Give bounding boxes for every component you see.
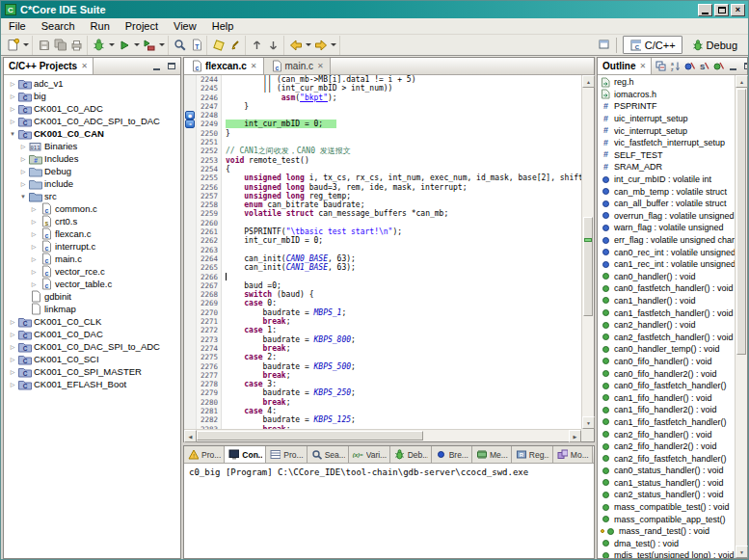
code-text[interactable]: break; xyxy=(222,371,581,380)
tab-registers[interactable]: RReg... xyxy=(512,446,553,463)
tree-item-includes[interactable]: ▷#Includes xyxy=(4,152,180,165)
annotation-ruler[interactable] xyxy=(184,93,197,102)
expand-icon[interactable]: ▷ xyxy=(29,280,39,287)
perspective-debug-button[interactable]: Debug xyxy=(685,36,743,54)
tree-item-debug[interactable]: ▷Debug xyxy=(4,165,180,177)
code-line-2276[interactable]: 2276 baudrate = KBPS_500; xyxy=(184,362,581,371)
maximize-icon[interactable] xyxy=(741,60,747,72)
code-line-2250[interactable]: 2250} xyxy=(184,129,581,138)
scroll-up-icon[interactable]: ▲ xyxy=(582,75,595,88)
new-icon[interactable] xyxy=(5,37,21,54)
minimize-icon[interactable] xyxy=(150,60,163,72)
code-text[interactable]: case 4: xyxy=(222,407,581,415)
annotation-ruler[interactable] xyxy=(184,129,197,138)
annotation-ruler[interactable] xyxy=(184,371,197,380)
outline-item[interactable]: #SELF_TEST xyxy=(598,149,735,162)
code-line-2257[interactable]: 2257 unsigned long reg_temp; xyxy=(184,192,581,200)
code-text[interactable]: || (can_mb->MB[i].data1 != i + 5) xyxy=(222,75,581,84)
outline-item[interactable]: can0_status_handler() : void xyxy=(598,465,735,477)
code-line-2256[interactable]: 2256 unsigned long baud=3, rem, ide, mas… xyxy=(184,183,581,192)
code-line-2251[interactable]: 2251 xyxy=(184,138,581,147)
hide-fields-icon[interactable] xyxy=(683,60,696,72)
code-text[interactable]: break; xyxy=(222,344,581,353)
code-line-2272[interactable]: 2272 case 1: xyxy=(184,326,581,334)
code-text[interactable]: int_cur_mbID = 0; xyxy=(222,120,581,128)
annotation-ruler[interactable] xyxy=(184,192,197,200)
code-line-2263[interactable]: 2263 xyxy=(184,246,581,254)
code-text[interactable] xyxy=(222,138,581,147)
scrollbar-thumb[interactable] xyxy=(583,217,593,316)
mark-occurrences-icon[interactable] xyxy=(210,37,227,54)
tree-item-ck001_c0_adc_spi_to_dac[interactable]: ▷CCK001_C0_ADC_SPI_to_DAC xyxy=(4,115,180,127)
expand-icon[interactable]: ▷ xyxy=(29,255,39,262)
tree-item-big[interactable]: ▷Cbig xyxy=(4,90,180,102)
scroll-left-icon[interactable]: ◀ xyxy=(184,430,197,442)
outline-item[interactable]: reg.h xyxy=(598,76,735,89)
perspective-cc-button[interactable]: CC/C++ xyxy=(623,36,682,54)
code-text[interactable] xyxy=(222,246,581,254)
code-text[interactable]: volatile struct can_message_buffers *can… xyxy=(222,209,581,218)
code-line-2249[interactable]: ➜2249 int_cur_mbID = 0; xyxy=(184,120,581,128)
code-line-2271[interactable]: 2271 break; xyxy=(184,317,581,326)
code-text[interactable]: baudrate = MBPS_1; xyxy=(222,308,581,317)
menu-search[interactable]: Search xyxy=(34,19,83,33)
collapse-all-icon[interactable] xyxy=(655,60,667,72)
outline-item[interactable]: err_flag : volatile unsigned char xyxy=(598,234,735,247)
tab-problems[interactable]: !Pro... xyxy=(184,446,225,463)
expand-icon[interactable]: ▷ xyxy=(18,155,28,162)
dropdown-icon[interactable] xyxy=(304,37,312,54)
outline-item[interactable]: #PSPRINTF xyxy=(598,100,735,113)
code-line-2260[interactable]: 2260 xyxy=(184,219,581,227)
tree-item-ck001_c0_adc[interactable]: ▷CCK001_C0_ADC xyxy=(4,102,180,115)
outline-item[interactable]: can2_fifo_fastfetch_handler() xyxy=(598,452,735,465)
outline-item[interactable]: mass_compatible_app_test() xyxy=(598,513,735,525)
code-text[interactable]: can_init(CAN1_BASE, 63); xyxy=(222,263,581,272)
outline-item[interactable]: #uic_interrupt_setup xyxy=(598,113,735,125)
code-line-2282[interactable]: 2282 baudrate = KBPS_125; xyxy=(184,415,581,424)
outline-scrollbar[interactable]: ▲ ▼ xyxy=(735,75,747,558)
tree-item-ck001_c0_dac[interactable]: ▷CCK001_C0_DAC xyxy=(4,328,180,340)
save-icon[interactable] xyxy=(36,37,52,54)
tab-modules[interactable]: Mo... xyxy=(553,446,593,463)
code-text[interactable]: unsigned long reg_temp; xyxy=(222,192,581,200)
expand-icon[interactable]: ▷ xyxy=(8,381,17,387)
dropdown-icon[interactable] xyxy=(157,37,166,54)
close-icon[interactable]: ✕ xyxy=(638,62,646,70)
code-line-2266[interactable]: 2266 xyxy=(184,273,581,281)
code-line-2254[interactable]: 2254{ xyxy=(184,165,581,173)
annotation-ruler[interactable] xyxy=(184,344,197,353)
annotation-ruler[interactable] xyxy=(184,380,197,388)
tab-variables[interactable]: (x)=Vari... xyxy=(349,446,390,463)
annotation-ruler[interactable] xyxy=(184,353,197,361)
annotation-ruler[interactable] xyxy=(184,84,197,93)
code-text[interactable]: unsigned long baud=3, rem, ide, mask, in… xyxy=(222,183,581,192)
tree-item-linkmap[interactable]: linkmap xyxy=(4,303,180,315)
code-text[interactable]: case 3: xyxy=(222,380,581,388)
tree-item-ck001_c0_can[interactable]: ▼CCK001_C0_CAN xyxy=(4,127,180,140)
outline-item[interactable]: can0_rec_int : volatile unsigned xyxy=(598,246,735,258)
annotation-ruler[interactable] xyxy=(184,415,197,424)
expand-icon[interactable]: ▷ xyxy=(18,143,28,149)
tab-debug[interactable]: Deb... xyxy=(390,446,432,463)
code-line-2274[interactable]: 2274 break; xyxy=(184,344,581,353)
annotation-ruler[interactable]: ● xyxy=(184,111,197,120)
menu-view[interactable]: View xyxy=(166,19,204,33)
annotation-ruler[interactable] xyxy=(184,362,197,371)
collapse-icon[interactable]: ▼ xyxy=(18,194,28,200)
annotation-ruler[interactable]: ➜ xyxy=(184,120,197,128)
annotation-ruler[interactable] xyxy=(184,263,197,272)
tree-item-adc_v1[interactable]: ▷Cadc_v1 xyxy=(4,77,180,90)
code-line-2247[interactable]: 2247 } xyxy=(184,102,581,111)
annotation-ruler[interactable] xyxy=(184,254,197,263)
tab-outline[interactable]: Outline ✕ xyxy=(598,58,652,74)
code-text[interactable]: void remote_test() xyxy=(222,156,581,165)
menu-help[interactable]: Help xyxy=(204,19,242,33)
tree-item-interrupt.c[interactable]: ▷cinterrupt.c xyxy=(4,240,180,253)
tab-memory[interactable]: Me... xyxy=(472,446,512,463)
tab-breakpoints[interactable]: Bre... xyxy=(432,446,472,463)
editor-vertical-scrollbar[interactable]: ▲ ▼ xyxy=(581,75,594,429)
outline-item[interactable]: can1_handler() : void xyxy=(598,295,735,307)
code-text[interactable]: switch (baud) { xyxy=(222,290,581,299)
expand-icon[interactable]: ▷ xyxy=(8,331,17,337)
code-line-2261[interactable]: 2261 PSPRINTF("\tbasic test start!\n"); xyxy=(184,227,581,236)
